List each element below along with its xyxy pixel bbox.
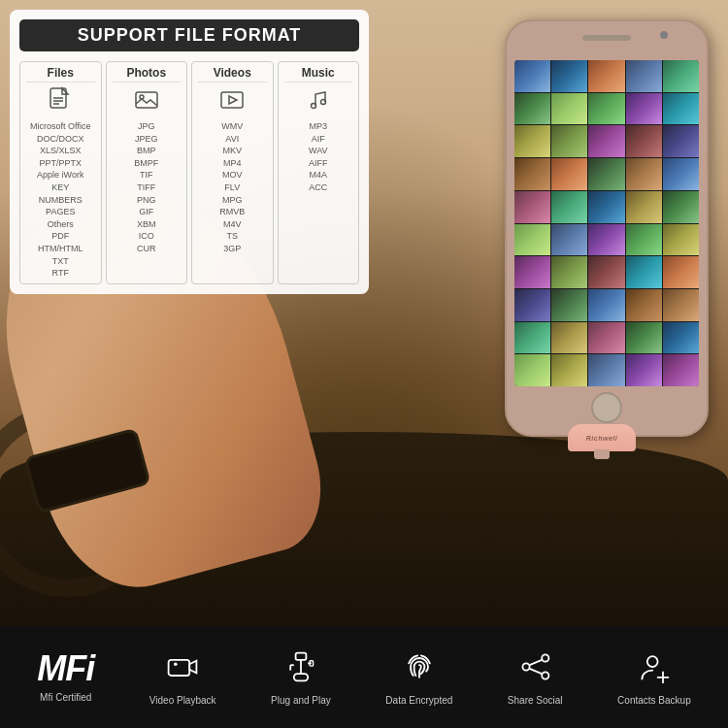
photo-thumb [514,93,550,125]
photo-thumb [514,354,550,386]
svg-rect-9 [169,659,190,675]
phone-home-button [591,392,622,423]
photo-thumb [588,289,624,321]
photo-thumb [514,289,550,321]
phone-screen [514,60,699,386]
photo-thumb [551,289,587,321]
photo-thumb [514,224,550,256]
usb-icon [283,649,318,689]
photos-column: Photos JPGJPEGBMPBMPFTIFTIFFPNGGIFXBMICO… [106,61,188,284]
photo-thumb [588,191,624,223]
photo-thumb [588,60,624,92]
photo-thumb [551,191,587,223]
photo-thumb [626,224,662,256]
photo-thumb [663,158,699,190]
phone-speaker [582,35,631,41]
photo-thumb [626,93,662,125]
photo-thumb [626,256,662,288]
svg-point-8 [320,100,325,105]
svg-rect-13 [294,674,308,680]
svg-point-20 [523,663,530,670]
usb-drive: Richwell [568,424,636,451]
photo-thumb [551,125,587,157]
svg-point-7 [311,104,315,109]
photo-thumb [551,158,587,190]
photo-thumb [514,125,550,157]
photo-thumb [551,93,587,125]
camera-icon [165,649,200,689]
photo-thumb [551,256,587,288]
mfi-icon: MFi [37,651,94,686]
photo-thumb [588,224,624,256]
svg-rect-4 [136,92,157,108]
music-icon [284,86,353,118]
share-icon [517,649,552,689]
photo-thumb [551,60,587,92]
videos-column: Videos WMVAVIMKVMP4MOVFLVMPGRMVBM4VTS3GP [191,61,274,284]
feature-plug-play: Plug and Play [271,649,331,706]
photo-thumb [663,191,699,223]
phone-body [505,19,709,437]
videos-icon [198,86,267,118]
feature-share-social: Share Social [508,649,563,706]
photo-thumb [514,322,550,354]
mfi-label: Mfi Certified [40,692,91,703]
data-encrypted-label: Data Encrypted [385,695,452,706]
feature-video-playback: Video Playback [149,649,216,706]
feature-data-encrypted: Data Encrypted [385,649,452,706]
share-social-label: Share Social [508,695,563,706]
support-title: SUPPORT FILE FORMAT [19,19,359,51]
photo-thumb [663,60,699,92]
photos-header: Photos [113,66,182,83]
video-playback-label: Video Playback [149,695,216,706]
format-grid: Files Microsoft OfficeDOC/DOCXXLS/XLSXPP… [19,61,359,284]
svg-point-10 [174,662,178,666]
videos-items: WMVAVIMKVMP4MOVFLVMPGRMVBM4VTS3GP [198,120,267,255]
photo-thumb [514,191,550,223]
background-area: SUPPORT FILE FORMAT Files [0,0,728,626]
photo-thumb [626,60,662,92]
svg-rect-6 [221,92,243,108]
photos-items: JPGJPEGBMPBMPFTIFTIFFPNGGIFXBMICOCUR [113,120,182,255]
photo-thumb [514,256,550,288]
photo-thumb [626,158,662,190]
support-section: SUPPORT FILE FORMAT Files [10,10,369,294]
photo-thumb [626,289,662,321]
person-add-icon [637,649,672,689]
photo-thumb [588,256,624,288]
photo-thumb [551,224,587,256]
phone-camera [660,31,668,39]
videos-header: Videos [198,66,267,83]
photos-icon [113,86,182,118]
photo-thumb [626,191,662,223]
files-header: Files [26,66,95,83]
usb-connector [594,449,610,459]
contacts-backup-label: Contacts Backup [617,695,691,706]
photo-thumb [663,354,699,386]
photo-thumb [551,354,587,386]
bottom-bar: MFi Mfi Certified Video Playback [0,626,728,728]
files-icon [26,86,95,118]
feature-contacts-backup: Contacts Backup [617,649,691,706]
mfi-text: MFi [37,648,94,688]
usb-brand-text: Richwell [586,435,617,442]
photo-thumb [663,256,699,288]
photo-thumb [588,158,624,190]
music-items: MP3AIFWAVAIFFM4AACC [284,120,353,194]
photo-thumb [588,354,624,386]
photo-thumb [588,322,624,354]
music-header: Music [284,66,353,83]
photo-thumb [663,93,699,125]
svg-point-19 [542,672,548,678]
svg-rect-11 [296,652,307,659]
photo-thumb [514,60,550,92]
files-column: Files Microsoft OfficeDOC/DOCXXLS/XLSXPP… [19,61,102,284]
main-container: SUPPORT FILE FORMAT Files [0,0,728,728]
photo-thumb [588,93,624,125]
plug-play-label: Plug and Play [271,695,331,706]
photo-thumb [663,125,699,157]
photo-thumb [626,354,662,386]
photo-thumb [663,224,699,256]
photo-thumb [514,158,550,190]
fingerprint-icon [402,649,437,689]
